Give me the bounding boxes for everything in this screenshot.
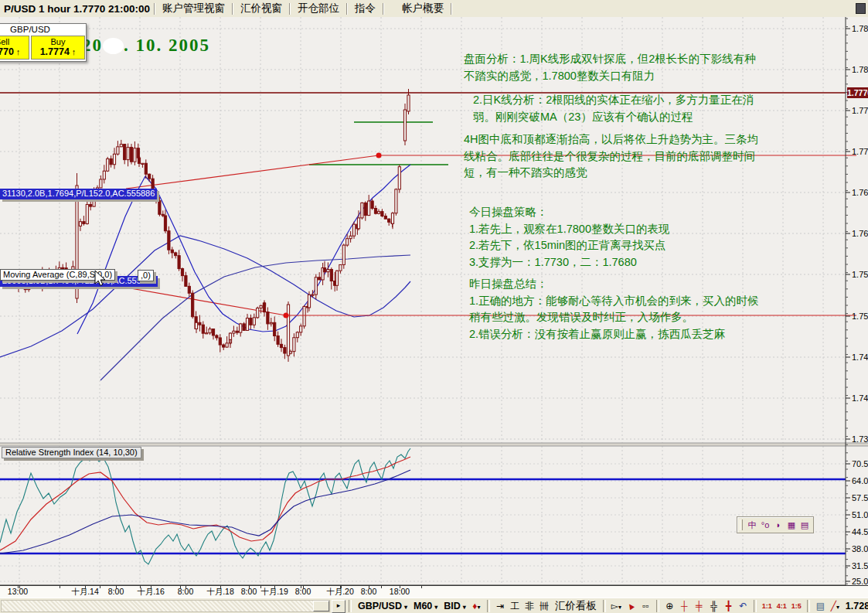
- chevron-down-icon: ▾: [404, 604, 407, 611]
- time-tick: [100, 586, 100, 588]
- date-annotation: 20. 10. 2005: [82, 36, 210, 56]
- crosshair-move-icon[interactable]: ╪: [692, 600, 706, 613]
- sell-label: Sell: [0, 37, 29, 46]
- open-position-label-1: 31130,2.0B,1.7694,P/L152.0,AC.555886: [0, 189, 157, 199]
- time-tick: [60, 586, 60, 588]
- scale-1-1-icon[interactable]: 1:1: [760, 600, 774, 613]
- analysis-text-block-3: 4H图中底和顶都逐渐抬高，以后将依上升趋势为主。三条均 线粘合。底部往往是个很复…: [464, 131, 758, 182]
- axis-label: 1.7450: [852, 352, 868, 362]
- axis-label: 1.7700: [852, 147, 868, 156]
- chart-area: 1.78501.78001.77501.77001.76501.76001.75…: [0, 17, 868, 585]
- symbol-icon[interactable]: 中: [746, 519, 758, 531]
- toolbar-grip[interactable]: [740, 519, 743, 530]
- axis-label: 70.5: [852, 459, 868, 468]
- analysis-text-block-1: 盘面分析：1.周K线形成双针探底，但2根长长的下影线有种 不踏实的感觉，1.78…: [464, 51, 756, 84]
- toolbar-separator: [487, 600, 490, 612]
- chevron-down-icon: ▾: [836, 604, 839, 611]
- undo-icon[interactable]: ↶: [736, 600, 751, 613]
- sell-up-arrow-icon: ↑: [16, 47, 21, 56]
- current-price-tag: 1.7770: [847, 87, 868, 98]
- chart-style-icon[interactable]: ♦▾: [469, 600, 484, 613]
- quote-panel: GBP/USD Sell 1.7770↑ Buy 1.7774↑: [0, 23, 87, 62]
- chart-window-title: P/USD 1 hour 1.7770 21:00:00: [0, 3, 154, 15]
- axis-label: 1.7400: [852, 393, 868, 403]
- time-axis-label: 13:00: [8, 587, 28, 596]
- analysis-text-block-5: 昨日操盘总结： 1.正确的地方：能够耐心等待入市机会的到来，买入的时候 稍有些过…: [469, 276, 759, 342]
- chevron-down-icon: ▾: [477, 604, 480, 611]
- axis-label: 1.7800: [852, 65, 868, 74]
- sell-quote-button[interactable]: Sell 1.7770↑: [0, 36, 29, 60]
- scale-1-5-icon[interactable]: 1:5: [789, 600, 804, 613]
- notes-icon[interactable]: ▤: [798, 519, 811, 531]
- quote-symbol: GBP/USD: [0, 24, 86, 36]
- draw-pointer-icon[interactable]: ▲: [624, 600, 638, 613]
- menu-separator: [383, 3, 384, 15]
- chevron-down-icon: ▾: [463, 604, 466, 611]
- axis-label: 64.0: [852, 476, 868, 485]
- zoom-icon[interactable]: ⊕: [662, 600, 677, 613]
- chevron-down-icon: ▾: [434, 604, 437, 611]
- axis-label: 25.0: [852, 577, 868, 585]
- price-type-selector[interactable]: BID▾: [441, 601, 469, 611]
- buy-quote-button[interactable]: Buy 1.7774↑: [31, 36, 85, 60]
- trendline-icon[interactable]: ╱▾: [828, 600, 842, 613]
- menu-item-1[interactable]: 账户管理视窗: [155, 2, 232, 15]
- keyboard-icon[interactable]: ▦: [785, 519, 798, 531]
- analysis-text-block-4: 今日操盘策略： 1.若先上，观察在1.7800整数关口的表现 2.若先下，依15…: [469, 204, 669, 271]
- time-axis-label: 8:00: [361, 587, 376, 596]
- symbol-selector[interactable]: GBP/USD▾: [355, 601, 410, 611]
- menu-item-3[interactable]: 开仓部位: [291, 2, 346, 15]
- moon-icon[interactable]: ◗: [772, 519, 785, 531]
- scroll-right-button[interactable]: ▸: [332, 600, 345, 613]
- dots-icon[interactable]: °o: [759, 519, 771, 531]
- toolbar-separator: [656, 600, 659, 612]
- crosshair-grid-icon[interactable]: ╬: [706, 600, 721, 613]
- crosshair-large-icon[interactable]: ╋: [721, 600, 736, 613]
- menu-bar: P/USD 1 hour 1.7770 21:00:00 账户管理视窗汇价视窗开…: [0, 0, 868, 18]
- jump-to-latest-icon[interactable]: ⇥: [493, 600, 508, 613]
- time-axis: 13:00十月.148:00十月.168:00十月.188:00十月.198:0…: [0, 585, 868, 598]
- grid-columns-icon[interactable]: 非: [523, 600, 537, 613]
- menu-item-4[interactable]: 指令: [348, 2, 383, 15]
- axis-label: 1.7550: [852, 270, 868, 279]
- analysis-text-block-2: 2.日K线分析：2根阳线的实体正在缩小，多方力量正在消 弱。刚刚突破MA（23）…: [473, 92, 754, 125]
- white-blob: [103, 38, 124, 54]
- toolbar-separator: [754, 600, 757, 612]
- axis-label: 1.7500: [852, 312, 868, 321]
- menu-separator: [451, 3, 452, 15]
- horizontal-scrollbar[interactable]: [1, 600, 330, 612]
- page-icon[interactable]: ▤: [813, 600, 828, 613]
- toolbar-separator: [807, 600, 810, 612]
- buy-up-arrow-icon: ↑: [72, 47, 77, 56]
- object-nodes-icon[interactable]: ▫▫: [638, 600, 653, 613]
- scrollbar-thumb[interactable]: [313, 601, 329, 611]
- rsi-indicator-label: Relative Strength Index (14, 10,30): [2, 447, 141, 458]
- vertical-scale-icon[interactable]: 工: [508, 600, 523, 613]
- time-axis-label: 十月.16: [137, 587, 165, 598]
- axis-label: 38.0: [852, 544, 868, 553]
- scale-4-1-icon[interactable]: 4:1: [774, 600, 789, 613]
- menu-item-2[interactable]: 汇价视窗: [233, 2, 289, 15]
- toolbar-separator: [603, 600, 606, 612]
- hatch-icon[interactable]: 卌: [537, 600, 552, 613]
- last-price-display[interactable]: 1.7287▾: [842, 601, 868, 611]
- crosshair-small-icon[interactable]: ┼: [677, 600, 692, 613]
- axis-label: 1.7650: [852, 188, 868, 197]
- time-tick: [381, 586, 382, 588]
- menu-item-5[interactable]: 帐户概要: [395, 2, 451, 15]
- time-axis-label: 十月.20: [326, 587, 354, 598]
- mouse-cursor-icon: [94, 271, 109, 289]
- axis-label: 44.5: [852, 527, 868, 536]
- trendline-anchor-dot: [376, 153, 382, 158]
- axis-label: 1.7600: [852, 229, 868, 238]
- axis-label: 51.0: [852, 510, 868, 519]
- price-board-button[interactable]: 汇价看板: [552, 600, 600, 613]
- period-selector[interactable]: M60▾: [410, 601, 441, 611]
- buy-label: Buy: [32, 37, 84, 46]
- cursor-select-icon[interactable]: ▻▾: [609, 600, 624, 613]
- time-axis-label: 8:00: [108, 587, 124, 596]
- window-control[interactable]: [856, 3, 866, 14]
- buy-value: 1.7774: [40, 46, 70, 57]
- time-axis-label: 8:00: [178, 587, 193, 596]
- menu-items: 账户管理视窗汇价视窗开仓部位指令帐户概要: [154, 2, 452, 15]
